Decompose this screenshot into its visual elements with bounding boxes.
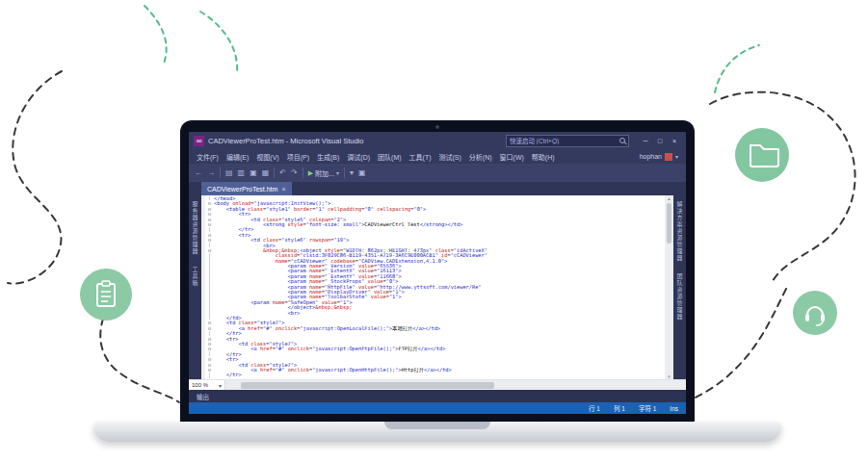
attach-label: 附加...	[315, 168, 334, 178]
toolbar-separator	[274, 167, 275, 178]
status-insert-mode: Ins	[670, 405, 678, 412]
menu-item-tools[interactable]: 工具(T)	[409, 152, 432, 162]
menu-item-build[interactable]: 生成(B)	[317, 152, 339, 162]
toolbar-separator	[302, 167, 303, 178]
minimize-button[interactable]: ─	[639, 135, 652, 146]
panel-tab-solution-explorer[interactable]: 解决方案资源管理器	[675, 201, 684, 262]
editor-bottom-row: 100 % ▾	[189, 379, 686, 390]
left-tool-strip: 服务器资源管理器 工具箱	[189, 195, 201, 379]
chevron-down-icon: ▾	[219, 382, 222, 389]
laptop-screen: ∞ CADViewerProTest.htm - Microsoft Visua…	[180, 120, 695, 422]
close-button[interactable]: ×	[668, 135, 681, 146]
laptop-base-notch	[384, 422, 490, 429]
vertical-scrollbar-thumb[interactable]	[667, 203, 671, 244]
scroll-up-icon[interactable]: ▴	[668, 195, 671, 201]
status-bar: 行 1 列 1 字符 1 Ins	[189, 402, 686, 414]
horizontal-scrollbar[interactable]	[225, 380, 686, 390]
toolbar: ← → ▤ ▥ ▣ ▦ ↶ ↷ ▶ 附加... ▾ ▾ ▣	[189, 164, 686, 182]
code-editor[interactable]: </head>⊟<body onload="javascript:InitVie…	[201, 195, 673, 379]
main-area: 服务器资源管理器 工具箱 </head>⊟<body onload="javas…	[189, 195, 686, 379]
menu-item-project[interactable]: 项目(P)	[287, 152, 309, 162]
menu-item-test[interactable]: 测试(S)	[439, 152, 461, 162]
chevron-down-icon: ▾	[336, 169, 339, 176]
right-tool-strip: 解决方案资源管理器 团队资源管理器	[673, 195, 686, 379]
zoom-value: 100 %	[192, 382, 208, 388]
visual-studio-logo-icon: ∞	[194, 136, 204, 146]
panel-tab-server-explorer[interactable]: 服务器资源管理器	[191, 201, 199, 255]
undo-icon[interactable]: ↶	[279, 168, 286, 177]
menu-item-file[interactable]: 文件(F)	[197, 152, 219, 162]
output-panel-bar: 输出	[189, 390, 686, 402]
folder-icon	[735, 128, 789, 182]
document-tab-label: CADViewerProTest.htm	[207, 186, 277, 193]
save-icon[interactable]: ▣	[250, 168, 257, 177]
fold-marker-icon[interactable]: ⊟	[208, 346, 211, 351]
menu-item-edit[interactable]: 编辑(E)	[226, 152, 249, 162]
maximize-button[interactable]: □	[653, 135, 667, 146]
green-dash-top-right	[715, 45, 759, 92]
menu-item-window[interactable]: 窗口(W)	[500, 152, 524, 162]
title-bar: ∞ CADViewerProTest.htm - Microsoft Visua…	[189, 132, 686, 149]
window-title: CADViewerProTest.htm - Microsoft Visual …	[208, 137, 363, 145]
code-line[interactable]: </tr>	[205, 373, 665, 377]
code-lines[interactable]: </head>⊟<body onload="javascript:InitVie…	[205, 195, 665, 379]
dashed-curve-left-top	[8, 71, 62, 284]
fold-marker-icon[interactable]: ⊟	[208, 367, 211, 373]
find-in-files-icon[interactable]: ▣	[358, 168, 366, 177]
menu-item-analyze[interactable]: 分析(N)	[469, 152, 492, 162]
dashed-curve-right-bottom	[686, 289, 786, 402]
panel-tab-toolbox[interactable]: 工具箱	[191, 267, 199, 287]
new-file-icon[interactable]: ▤	[225, 168, 233, 177]
tab-close-icon[interactable]: ×	[281, 186, 285, 193]
green-dash-top-left-2	[200, 12, 237, 73]
status-line: 行 1	[589, 403, 600, 413]
status-character: 字符 1	[639, 403, 656, 413]
fold-gutter[interactable]	[205, 373, 214, 377]
menu-item-team[interactable]: 团队(M)	[378, 152, 402, 162]
tab-strip: CADViewerProTest.htm ×	[189, 182, 686, 195]
panel-tab-team-explorer[interactable]: 团队资源管理器	[675, 273, 684, 321]
toolbar-separator	[344, 167, 345, 178]
user-avatar[interactable]	[665, 153, 672, 161]
navigate-back-icon[interactable]: ←	[195, 168, 202, 177]
menu-item-view[interactable]: 视图(V)	[256, 152, 278, 162]
horizontal-scrollbar-thumb[interactable]	[241, 382, 494, 389]
vertical-scrollbar[interactable]: ▴ ▾	[665, 195, 673, 379]
green-dash-top-left-1	[145, 6, 167, 64]
search-icon	[619, 138, 625, 143]
user-account[interactable]: hophan ▾	[640, 153, 678, 161]
quick-launch[interactable]	[506, 135, 629, 147]
window-controls: ─ □ ×	[639, 135, 681, 146]
save-all-icon[interactable]: ▦	[262, 168, 270, 177]
toolbar-separator	[220, 167, 221, 178]
redo-icon[interactable]: ↷	[291, 168, 298, 177]
headset-icon	[793, 291, 837, 335]
code-line-text: </tr>	[214, 373, 665, 377]
zoom-select[interactable]: 100 % ▾	[189, 380, 225, 390]
fold-marker-icon[interactable]: ⊟	[208, 247, 211, 253]
open-file-icon[interactable]: ▥	[238, 168, 246, 177]
quick-launch-input[interactable]	[510, 138, 617, 144]
user-caret-icon[interactable]: ▾	[675, 153, 678, 160]
laptop-base	[93, 422, 781, 442]
clipboard-icon	[80, 269, 132, 321]
menu-item-help[interactable]: 帮助(H)	[532, 152, 555, 162]
status-column: 列 1	[614, 403, 625, 413]
fold-marker-icon[interactable]: ⊟	[208, 221, 211, 227]
navigate-forward-icon[interactable]: →	[207, 168, 215, 177]
dashed-curve-right-top	[710, 92, 855, 281]
fold-marker-icon[interactable]: ⊟	[208, 325, 211, 331]
document-tab[interactable]: CADViewerProTest.htm ×	[201, 182, 292, 195]
fold-marker-icon[interactable]: ⊟	[208, 237, 211, 243]
play-icon: ▶	[308, 169, 313, 177]
attach-debugger-button[interactable]: ▶ 附加... ▾	[308, 168, 339, 178]
vs-window: ∞ CADViewerProTest.htm - Microsoft Visua…	[189, 132, 686, 414]
user-name[interactable]: hophan	[640, 153, 662, 160]
solution-config-dropdown-icon[interactable]: ▾	[350, 168, 354, 177]
output-panel-tab[interactable]: 输出	[189, 392, 217, 401]
menu-bar: 文件(F) 编辑(E) 视图(V) 项目(P) 生成(B) 调试(D) 团队(M…	[189, 149, 686, 164]
laptop-camera-icon	[435, 125, 439, 129]
menu-item-debug[interactable]: 调试(D)	[347, 152, 370, 162]
